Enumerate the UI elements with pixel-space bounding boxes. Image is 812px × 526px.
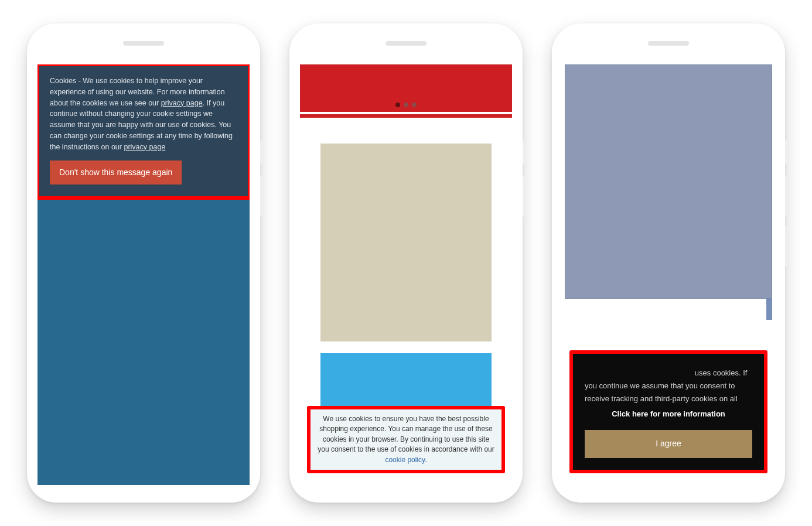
cookie-notice: We use cookies to ensure you have the be… [311, 409, 501, 470]
cookie-policy-link[interactable]: cookie policy [385, 456, 425, 464]
phone-screen-3: ████████████████████ uses cookies. If yo… [562, 64, 775, 485]
carousel-dot[interactable] [412, 103, 417, 107]
phone-speaker [385, 41, 427, 46]
redacted-site-name: ████████████████████ [585, 368, 692, 377]
phone-side-button [523, 176, 525, 217]
phone-mockup-1: Cookies - We use cookies to help improve… [27, 23, 260, 503]
carousel-dots [395, 103, 417, 107]
more-information-link[interactable]: Click here for more information [585, 408, 752, 421]
phone-side-button [785, 226, 787, 267]
cookie-banner: Cookies - We use cookies to help improve… [39, 66, 248, 196]
phone-speaker [648, 41, 689, 46]
privacy-page-link[interactable]: privacy page [161, 99, 203, 107]
phone-speaker [123, 41, 164, 46]
content-strip [562, 299, 775, 320]
dismiss-button[interactable]: Don't show this message again [50, 160, 182, 185]
phone-screen-1: Cookies - We use cookies to help improve… [37, 64, 250, 485]
phone-mockup-3: ████████████████████ uses cookies. If yo… [552, 23, 785, 503]
page-header [300, 64, 512, 114]
cookie-notice-text: We use cookies to ensure you have the be… [318, 415, 494, 453]
highlighted-region: We use cookies to ensure you have the be… [307, 406, 505, 473]
phone-side-button [260, 141, 262, 164]
phone-side-button [260, 176, 262, 217]
page-body-placeholder [37, 200, 250, 485]
cookie-banner-text: ████████████████████ uses cookies. If yo… [585, 367, 752, 405]
phone-side-button [785, 176, 787, 217]
carousel-dot[interactable] [395, 103, 400, 107]
privacy-page-link-2[interactable]: privacy page [124, 143, 165, 151]
highlighted-region: ████████████████████ uses cookies. If yo… [569, 350, 767, 473]
phone-mockup-2: our amazing We use cookies to ensure you… [289, 23, 523, 503]
cookie-banner-text: Cookies - We use cookies to help improve… [50, 77, 233, 151]
carousel-dot[interactable] [404, 103, 408, 107]
agree-button[interactable]: I agree [585, 430, 752, 458]
phone-screen-2: our amazing We use cookies to ensure you… [300, 64, 512, 485]
cookie-notice-tail: . [425, 456, 427, 464]
content-block-image [320, 144, 492, 341]
phone-side-button [785, 141, 787, 164]
phone-side-button [523, 141, 525, 164]
hero-image-placeholder [565, 64, 772, 299]
cookie-banner: ████████████████████ uses cookies. If yo… [573, 354, 764, 470]
highlighted-region: Cookies - We use cookies to help improve… [37, 64, 250, 200]
